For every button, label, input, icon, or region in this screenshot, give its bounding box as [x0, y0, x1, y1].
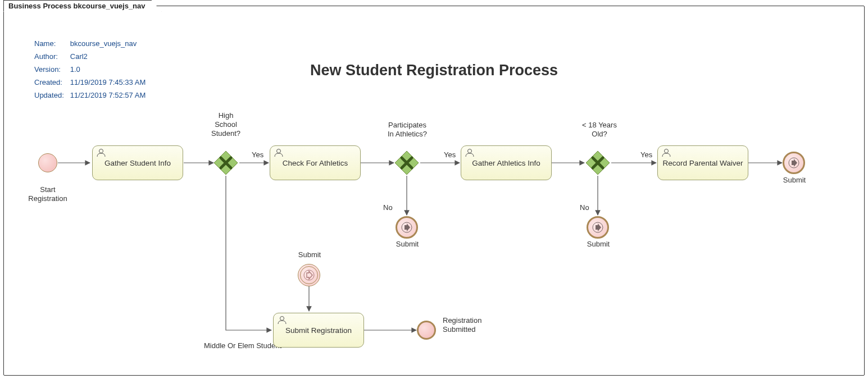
meta-author-label: Author:	[34, 51, 69, 62]
user-task-icon	[661, 148, 671, 157]
task-gather-student-info: Gather Student Info	[92, 145, 183, 180]
end-event-submit-2	[587, 216, 609, 239]
meta-updated-value: 11/21/2019 7:52:57 AM	[70, 89, 146, 101]
task-label: Check For Athletics	[283, 159, 348, 167]
gateway-athletics-label: Participates In Athletics?	[382, 121, 433, 139]
meta-updated-label: Updated:	[34, 89, 69, 101]
task-label: Record Parental Waiver	[663, 159, 743, 167]
end-event-registration-submitted	[417, 321, 436, 340]
user-task-icon	[274, 148, 284, 157]
end-event-registration-submitted-label: Registration Submitted	[443, 316, 493, 334]
meta-name-label: Name:	[34, 38, 69, 49]
task-label: Gather Student Info	[104, 159, 171, 167]
meta-author-value: Carl2	[70, 51, 146, 62]
end-event-submit-1	[396, 216, 418, 239]
flow-yes-3: Yes	[640, 150, 652, 159]
start-event	[38, 153, 57, 172]
task-submit-registration: Submit Registration	[273, 313, 364, 348]
flow-no-2: No	[580, 203, 589, 212]
flow-yes-2: Yes	[444, 150, 456, 159]
gateway-age-label: < 18 Years Old?	[574, 121, 625, 139]
meta-name-value: bkcourse_vuejs_nav	[70, 38, 146, 49]
intermediate-event-submit-label: Submit	[296, 250, 324, 259]
svg-point-11	[277, 149, 281, 153]
gateway-high-school	[213, 150, 238, 175]
arrow-icon	[592, 222, 603, 233]
gateway-athletics	[394, 150, 419, 175]
svg-point-9	[99, 149, 103, 153]
task-gather-athletics-info: Gather Athletics Info	[461, 145, 552, 180]
arrow-icon	[401, 222, 412, 233]
diagram-title: New Student Registration Process	[0, 62, 868, 79]
end-event-submit-1-label: Submit	[393, 240, 421, 249]
user-task-icon	[277, 316, 287, 325]
bpmn-diagram-frame: Business Process bkcourse_vuejs_nav Name…	[0, 0, 868, 379]
end-event-submit-3	[783, 152, 805, 174]
gateway-high-school-label: High School Student?	[208, 111, 244, 138]
end-event-submit-2-label: Submit	[584, 240, 612, 249]
task-record-parental-waiver: Record Parental Waiver	[657, 145, 748, 180]
start-event-label: Start Registration	[22, 185, 73, 203]
end-event-submit-3-label: Submit	[780, 176, 808, 185]
user-task-icon	[465, 148, 475, 157]
arrow-icon	[303, 270, 315, 281]
svg-point-17	[665, 149, 669, 153]
user-task-icon	[96, 148, 106, 157]
task-label: Gather Athletics Info	[472, 159, 540, 167]
task-check-athletics: Check For Athletics	[270, 145, 361, 180]
task-label: Submit Registration	[285, 326, 352, 335]
arrow-icon	[788, 157, 799, 168]
svg-point-14	[468, 149, 472, 153]
flow-no-1: No	[383, 203, 393, 212]
flow-yes-1: Yes	[252, 150, 263, 159]
svg-point-20	[280, 317, 284, 321]
gateway-age	[585, 150, 610, 175]
frame-tab: Business Process bkcourse_vuejs_nav	[3, 0, 162, 12]
intermediate-event-submit	[298, 264, 320, 286]
